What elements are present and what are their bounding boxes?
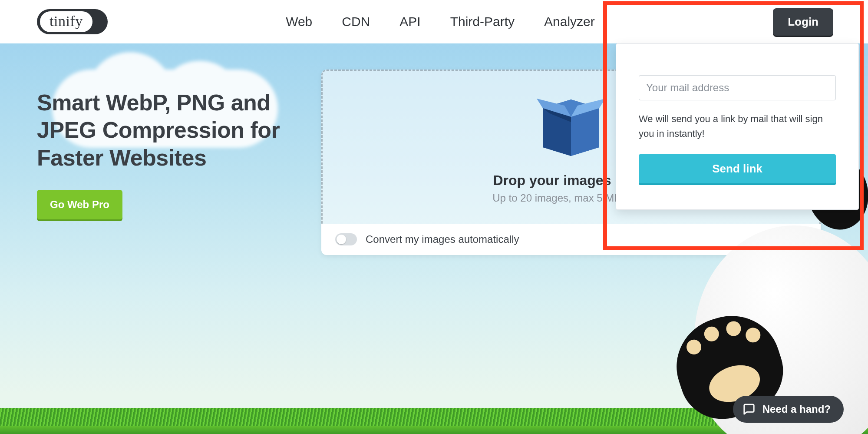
primary-nav: Web CDN API Third-Party Analyzer: [108, 14, 773, 29]
auto-convert-toggle[interactable]: [335, 233, 357, 245]
go-web-pro-button[interactable]: Go Web Pro: [37, 190, 122, 219]
nav-web[interactable]: Web: [286, 14, 312, 29]
brand-name: tinify: [39, 10, 94, 33]
open-box-icon: [534, 91, 608, 162]
brand-logo[interactable]: tinify: [37, 9, 108, 34]
login-dropdown: We will send you a link by mail that wil…: [616, 43, 859, 210]
logo-handle: [94, 11, 106, 33]
nav-cdn[interactable]: CDN: [342, 14, 370, 29]
chat-icon: [743, 403, 756, 416]
email-input[interactable]: [639, 75, 836, 100]
nav-analyzer[interactable]: Analyzer: [544, 14, 595, 29]
help-widget[interactable]: Need a hand?: [733, 396, 844, 423]
help-label: Need a hand?: [762, 403, 831, 415]
hero-copy: Smart WebP, PNG and JPEG Compression for…: [37, 89, 297, 219]
auto-convert-label: Convert my images automatically: [366, 233, 519, 245]
hero-headline: Smart WebP, PNG and JPEG Compression for…: [37, 89, 297, 172]
send-link-button[interactable]: Send link: [639, 154, 836, 183]
login-note: We will send you a link by mail that wil…: [639, 112, 836, 141]
nav-third-party[interactable]: Third-Party: [450, 14, 515, 29]
login-button[interactable]: Login: [773, 8, 833, 36]
header: tinify Web CDN API Third-Party Analyzer …: [0, 0, 868, 43]
nav-api[interactable]: API: [399, 14, 420, 29]
